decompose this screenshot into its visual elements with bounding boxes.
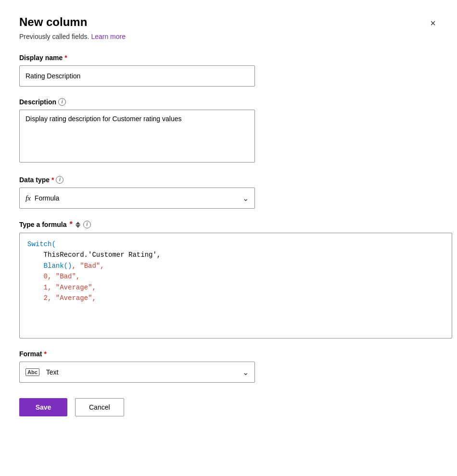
data-type-info-icon: i: [56, 176, 63, 184]
description-info-icon: i: [58, 98, 66, 106]
dialog-subtitle: Previously called fields. Learn more: [19, 33, 438, 40]
format-group: Format * Abc Text ⌄: [19, 350, 438, 383]
data-type-label: Data type * i: [19, 176, 438, 184]
formula-line-5: 1, "Average",: [27, 282, 444, 293]
format-select-left: Abc Text: [25, 368, 58, 376]
data-type-required: *: [51, 176, 54, 184]
formula-group: Type a formula * i Switch( ThisRecord.'C…: [19, 220, 438, 338]
formula-line-1: Switch(: [27, 239, 444, 250]
formula-label-row: Type a formula * i: [19, 220, 438, 229]
format-select[interactable]: Abc Text ⌄: [19, 362, 255, 383]
new-column-dialog: New column × Previously called fields. L…: [0, 0, 457, 476]
format-abc-icon: Abc: [25, 368, 39, 376]
sort-up-icon: [76, 222, 80, 225]
formula-label: Type a formula: [19, 221, 67, 228]
data-type-group: Data type * i fx Formula ⌄: [19, 176, 438, 209]
format-value: Text: [46, 368, 59, 376]
data-type-select[interactable]: fx Formula ⌄: [19, 188, 255, 209]
formula-info-icon: i: [83, 221, 91, 228]
display-name-group: Display name *: [19, 54, 438, 87]
formula-line-3: Blank(), "Bad",: [27, 261, 444, 271]
formula-fx-icon: fx: [25, 194, 31, 202]
description-label: Description i: [19, 98, 438, 106]
save-button[interactable]: Save: [19, 398, 67, 416]
data-type-chevron-icon: ⌄: [242, 194, 249, 203]
formula-required: *: [70, 220, 73, 229]
close-button[interactable]: ×: [428, 16, 438, 30]
dialog-title: New column: [19, 15, 87, 29]
data-type-value: Formula: [35, 194, 59, 202]
description-group: Description i Display rating description…: [19, 98, 438, 164]
formula-sort-icon[interactable]: [76, 222, 80, 228]
formula-line-6: 2, "Average",: [27, 293, 444, 303]
learn-more-link[interactable]: Learn more: [91, 33, 126, 40]
format-label: Format *: [19, 350, 438, 358]
description-textarea[interactable]: Display rating description for Customer …: [19, 110, 255, 163]
display-name-input[interactable]: [19, 65, 255, 87]
formula-line-4: 0, "Bad",: [27, 271, 444, 282]
dialog-header: New column ×: [19, 15, 438, 30]
formula-line-2: ThisRecord.'Customer Rating',: [27, 250, 444, 260]
format-required: *: [44, 350, 46, 358]
data-type-select-left: fx Formula: [25, 194, 59, 202]
cancel-button[interactable]: Cancel: [75, 398, 124, 416]
display-name-required: *: [64, 54, 67, 62]
display-name-label: Display name *: [19, 54, 438, 62]
format-chevron-icon: ⌄: [242, 368, 249, 377]
button-row: Save Cancel: [19, 398, 438, 416]
sort-down-icon: [76, 225, 80, 228]
formula-editor[interactable]: Switch( ThisRecord.'Customer Rating', Bl…: [19, 233, 452, 338]
